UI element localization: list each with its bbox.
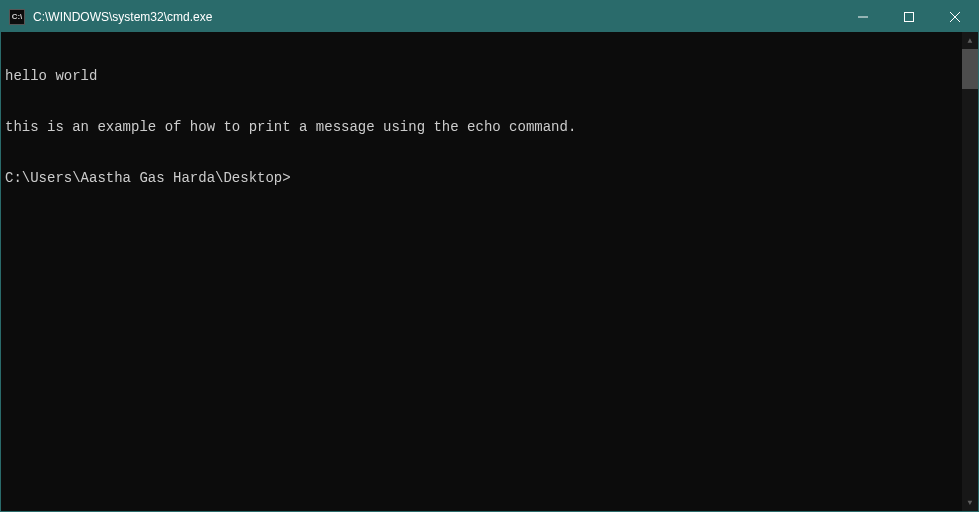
terminal-prompt: C:\Users\Aastha Gas Harda\Desktop> [5,170,958,187]
window-title: C:\WINDOWS\system32\cmd.exe [33,10,840,24]
scroll-down-arrow-icon[interactable]: ▼ [962,494,978,511]
close-button[interactable] [932,1,978,32]
terminal-line: hello world [5,68,958,85]
cmd-window: C:\ C:\WINDOWS\system32\cmd.exe hello wo… [0,0,979,512]
cmd-icon: C:\ [9,9,25,25]
close-icon [950,12,960,22]
maximize-button[interactable] [886,1,932,32]
window-controls [840,1,978,32]
svg-rect-1 [905,12,914,21]
titlebar[interactable]: C:\ C:\WINDOWS\system32\cmd.exe [1,1,978,32]
minimize-button[interactable] [840,1,886,32]
scroll-up-arrow-icon[interactable]: ▲ [962,32,978,49]
scroll-thumb[interactable] [962,49,978,89]
terminal-output[interactable]: hello world this is an example of how to… [1,32,962,511]
terminal-area[interactable]: hello world this is an example of how to… [1,32,978,511]
vertical-scrollbar[interactable]: ▲ ▼ [962,32,978,511]
terminal-line: this is an example of how to print a mes… [5,119,958,136]
minimize-icon [858,12,868,22]
maximize-icon [904,12,914,22]
